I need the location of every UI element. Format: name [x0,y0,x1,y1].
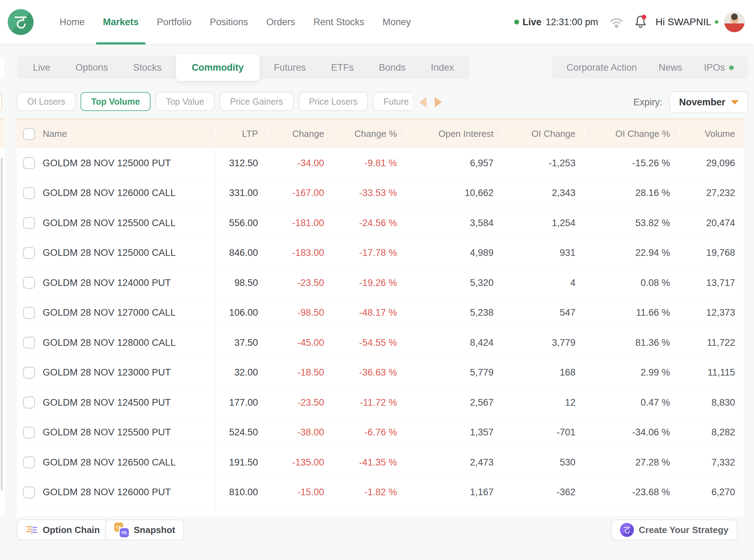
cell-volume: 13,717 [679,278,744,288]
table-row[interactable]: GOLDM 28 NOV 125500 CALL 556.00 -181.00 … [17,208,744,238]
table-row[interactable]: GOLDM 28 NOV 122000 PUT 43.00 -10.00 -15… [17,507,744,516]
cell-change: -15.00 [267,487,333,498]
table-row[interactable]: GOLDM 28 NOV 125000 PUT 312.50 -34.00 -9… [17,148,744,178]
instrument-name: GOLDM 28 NOV 124500 PUT [43,397,171,408]
dhan-logo-icon[interactable] [8,9,34,35]
cell-change: -181.00 [267,218,333,229]
table-row[interactable]: GOLDM 28 NOV 126000 PUT 810.00 -15.00 -1… [17,478,744,508]
filter-chip-label: Price Losers [309,97,358,107]
table-row[interactable]: GOLDM 28 NOV 126000 CALL 331.00 -167.00 … [17,178,744,209]
market-tab-label: Bonds [379,62,406,73]
cell-change-pct: -48.17 % [333,307,406,318]
cell-ltp: 810.00 [215,487,267,498]
row-checkbox[interactable] [23,486,35,498]
notifications-bell-icon[interactable] [633,14,648,30]
market-tab[interactable]: Commodity [176,54,260,81]
table-row[interactable]: GOLDM 28 NOV 124500 PUT 177.00 -23.50 -1… [17,388,744,418]
cell-ltp: 32.00 [215,367,267,378]
market-extra-tab[interactable]: Corporate Action [566,62,637,73]
table-row[interactable]: GOLDM 28 NOV 125500 PUT 524.50 -38.00 -6… [17,418,744,448]
filter-chip[interactable]: Future [373,92,412,111]
cell-change: -45.00 [267,337,333,348]
table-row[interactable]: GOLDM 28 NOV 124000 PUT 98.50 -23.50 -19… [17,268,744,298]
topnav-item[interactable]: Markets [94,0,148,44]
cell-open-interest: 10,662 [406,188,503,198]
topnav-item[interactable]: Positions [201,0,257,44]
market-tab[interactable]: Options [63,56,121,79]
topbar-status-cluster: Live 12:31:00 pm Hi SWAPNIL [514,12,754,33]
topnav-item[interactable]: Orders [257,0,305,44]
filter-chip[interactable]: Price Losers [299,92,368,111]
cell-change-pct: -33.53 % [333,188,406,198]
user-avatar[interactable] [724,12,745,33]
instrument-name: GOLDM 28 NOV 126500 CALL [43,457,176,468]
table-row[interactable]: GOLDM 28 NOV 123000 PUT 32.00 -18.50 -36… [17,358,744,388]
filter-chip[interactable]: OI Losers [17,92,76,111]
snapshot-button[interactable]: CEPE Snapshot [105,519,184,540]
create-strategy-button[interactable]: Create Your Strategy [611,519,738,540]
cell-change: -18.50 [267,367,333,378]
row-checkbox[interactable] [23,337,35,349]
cell-volume: 7,332 [679,457,744,468]
table-row[interactable]: GOLDM 28 NOV 126500 CALL 191.50 -135.00 … [17,448,744,478]
table-row[interactable]: GOLDM 28 NOV 128000 CALL 37.50 -45.00 -5… [17,328,744,358]
market-extra-tab[interactable]: News [658,62,682,73]
devanagari-dha-glyph [13,14,28,30]
offscreen-panel-header-sliver [0,119,5,148]
expiry-label: Expiry: [633,97,662,108]
market-tab[interactable]: ETFs [319,56,366,79]
select-all-checkbox[interactable] [23,128,35,140]
cell-open-interest: 5,320 [406,278,503,288]
topnav-item-label: Rent Stocks [313,17,364,28]
option-chain-button[interactable]: Option Chain [17,519,109,540]
cell-open-interest: 8,424 [406,337,503,348]
table-row[interactable]: GOLDM 28 NOV 125000 CALL 846.00 -183.00 … [17,238,744,268]
row-checkbox[interactable] [23,397,35,408]
row-checkbox[interactable] [23,187,35,199]
offscreen-left-panel-sliver [0,119,5,516]
instrument-name: GOLDM 28 NOV 126000 PUT [43,487,171,498]
expiry-dropdown[interactable]: November [669,91,748,113]
header-open-interest: Open Interest [406,128,503,139]
market-tab[interactable]: Futures [261,56,319,79]
topnav-item[interactable]: Rent Stocks [304,0,373,44]
cell-name: GOLDM 28 NOV 125500 PUT [17,418,215,448]
filter-chip[interactable]: Top Value [155,92,215,111]
cell-change-pct: -19.26 % [333,278,406,288]
top-navigation-bar: HomeMarketsPortfolioPositionsOrdersRent … [0,0,754,44]
left-panel-scrollbar[interactable] [1,158,3,490]
cell-volume: 20,474 [679,218,744,229]
cell-change: -23.50 [267,397,333,408]
row-checkbox[interactable] [23,456,35,468]
chips-scroll-right-arrow-icon[interactable] [435,97,442,107]
row-checkbox[interactable] [23,277,35,289]
market-tab[interactable]: Bonds [366,56,418,79]
topnav-item-label: Positions [210,17,248,28]
topnav-item[interactable]: Portfolio [148,0,201,44]
cell-change: -167.00 [267,188,333,198]
row-checkbox[interactable] [23,157,35,169]
row-checkbox[interactable] [23,367,35,379]
filter-chip[interactable]: Price Gainers [219,92,293,111]
cell-ltp: 331.00 [215,188,267,198]
table-row[interactable]: GOLDM 28 NOV 127000 CALL 106.00 -98.50 -… [17,298,744,328]
row-checkbox[interactable] [23,427,35,439]
row-checkbox[interactable] [23,247,35,259]
cell-change-pct: -41.35 % [333,457,406,468]
chips-scroll-left-arrow-icon[interactable] [419,97,426,107]
row-checkbox[interactable] [23,217,35,229]
market-extra-tab[interactable]: IPOs [704,62,734,73]
filter-chips-viewport: OI LosersTop VolumeTop ValuePrice Gainer… [17,92,412,112]
market-tab[interactable]: Index [418,56,467,79]
row-checkbox[interactable] [23,307,35,319]
header-change-pct: Change % [333,128,406,139]
strategy-dhan-icon [620,523,634,537]
cell-volume: 6,270 [679,487,744,498]
filter-chip[interactable]: Top Volume [81,92,150,111]
topnav-item[interactable]: Money [373,0,420,44]
cell-name: GOLDM 28 NOV 125000 PUT [17,148,215,178]
market-tab[interactable]: Stocks [121,56,174,79]
market-tab[interactable]: Live [20,56,63,79]
instrument-name: GOLDM 28 NOV 125000 PUT [43,158,171,169]
topnav-item[interactable]: Home [50,0,94,44]
